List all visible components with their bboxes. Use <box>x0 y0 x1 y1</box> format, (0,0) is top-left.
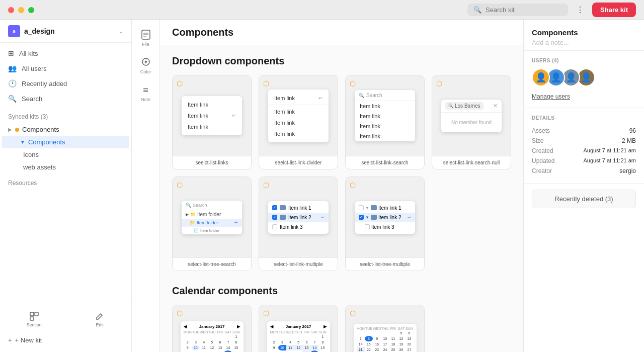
detail-row-updated: Updated August 7 at 11:21 am <box>532 156 636 166</box>
component-card-seelct-list-tree-multiple[interactable]: ⬡ ▼ Item link 1 ✓ ▼ <box>345 177 425 271</box>
svg-rect-0 <box>30 312 34 316</box>
share-kit-button[interactable]: Share kit <box>592 3 636 17</box>
dropdown-section-title: Dropdown components <box>172 55 511 67</box>
card-label-select-list-link-multiple: select-list-link-multiple <box>259 257 338 271</box>
sidebar-sub-label-components: components <box>28 138 65 146</box>
plus-icon: + <box>8 336 12 344</box>
note-icon: ≡ <box>140 84 151 96</box>
pin-icon-2: ⬡ <box>263 79 269 87</box>
component-card-seelct-list-links[interactable]: ⬡ Item link Item link↩ Item link seelct-… <box>172 75 252 169</box>
card-label-select-list-link-search-null: select-list-link-search-null <box>432 156 511 169</box>
sidebar-item-search[interactable]: 🔍 Search <box>0 91 131 106</box>
detail-row-size: Size 2 MB <box>532 136 636 146</box>
color-icon <box>140 57 151 68</box>
sidebar-item-recently-added[interactable]: 🕐 Recently added <box>0 76 131 91</box>
color-tool[interactable]: Color <box>133 53 159 78</box>
sidebar-item-all-users[interactable]: 👥 All users <box>0 61 131 76</box>
new-kit-button[interactable]: + + New kit <box>0 332 131 348</box>
card-label-seelct-list-links: seelct-list-links <box>173 156 251 169</box>
detail-row-created: Created August 7 at 11:21 am <box>532 146 636 156</box>
sidebar-sub-item-components[interactable]: ▼ components <box>2 136 129 148</box>
users-section-label: USERS (4) <box>532 58 636 63</box>
triangle-down-icon: ▼ <box>20 139 25 145</box>
pin-icon-5: ⬡ <box>177 181 183 189</box>
kit-label-components: Components <box>22 126 59 133</box>
clock-icon: 🕐 <box>8 79 17 87</box>
detail-row-creator: Creator sergio <box>532 166 636 176</box>
close-button[interactable] <box>8 7 14 13</box>
pin-icon: ⬡ <box>177 79 183 87</box>
card-label-seelct-list-link-search: seelct-list-link-search <box>346 156 424 169</box>
card-label-seelct-list-link-divider: seelct-list-link-divider <box>259 156 338 169</box>
users-icon: 👥 <box>8 64 17 72</box>
component-card-seelct-list-link-search[interactable]: ⬡ 🔍 Search Item link Item link Item link… <box>345 75 425 169</box>
sidebar-sub-item-web-assets[interactable]: web assets <box>0 161 131 173</box>
workspace-name: a_design <box>24 27 114 35</box>
panel-note[interactable]: Add a note... <box>532 39 636 46</box>
component-card-picker-date-single[interactable]: ⬡ ◀January 2017▶ MONTUEWEDTHUFRISATSUN 1… <box>172 305 252 352</box>
maximize-button[interactable] <box>28 7 34 13</box>
detail-label-size: Size <box>532 137 543 144</box>
detail-row-assets: Assets 96 <box>532 126 636 136</box>
edit-icon <box>95 311 105 321</box>
section-icon <box>29 311 39 321</box>
card-label-seelct-list-tree-multiple: seelct-list-tree-multiple <box>346 257 424 271</box>
detail-value-created: August 7 at 11:21 am <box>583 147 636 154</box>
triangle-right-icon: ▶ <box>8 127 12 132</box>
detail-value-updated: August 7 at 11:21 am <box>583 157 636 164</box>
more-icon: ⋮ <box>576 5 584 15</box>
file-icon <box>140 29 151 40</box>
svg-rect-1 <box>35 312 38 316</box>
kit-dot <box>15 128 19 132</box>
component-card-picker-date-multiple[interactable]: ⬡ MONTUEWEDTHUFRISATSUN 56 78910111213 1… <box>345 305 425 352</box>
avatar-1: 👤 <box>532 68 550 86</box>
detail-value-size: 2 MB <box>622 137 636 144</box>
search-icon: 🔍 <box>473 6 481 14</box>
component-card-select-list-tree-search[interactable]: ⬡ 🔍Search ▶📁 Item folder 📁Item folder ↩ … <box>172 177 252 271</box>
minimize-button[interactable] <box>18 7 24 13</box>
synced-kits-section: Synced kits (3) <box>0 109 131 122</box>
pin-icon-3: ⬡ <box>350 79 356 87</box>
sidebar-sub-item-icons[interactable]: Icons <box>0 148 131 161</box>
sidebar-sub-label-icons: Icons <box>23 151 39 158</box>
component-card-picker-date-period[interactable]: ⬡ ◀January 2017▶ MONTUEWEDTHUFRISATSUN 1… <box>259 305 338 352</box>
pin-icon-9: ⬡ <box>263 309 269 317</box>
resources-section-label: Resources <box>0 174 131 189</box>
pin-icon-7: ⬡ <box>350 181 356 189</box>
users-row: 👤 👤 👤 👤 <box>532 68 636 86</box>
sidebar-item-all-kits[interactable]: ⊞ All kits <box>0 46 131 61</box>
component-card-select-list-link-multiple[interactable]: ⬡ ✓ Item link 1 ✓ Item link 2 <box>259 177 338 271</box>
chevron-down-icon[interactable]: ⌄ <box>118 28 123 35</box>
component-card-seelct-list-link-divider[interactable]: ⬡ Item link↩ Item link Item link Item li… <box>259 75 338 169</box>
pin-icon-8: ⬡ <box>177 309 183 317</box>
manage-users-link[interactable]: Manage users <box>532 93 570 100</box>
grid-icon: ⊞ <box>8 49 14 57</box>
detail-value-assets: 96 <box>629 127 636 134</box>
detail-label-updated: Updated <box>532 157 554 164</box>
component-card-select-list-link-search-null[interactable]: ⬡ 🔍 Los Barries ✕ No member found select <box>432 75 511 169</box>
section-tool[interactable]: Section <box>21 308 48 330</box>
pin-icon-10: ⬡ <box>350 309 356 317</box>
page-title: Components <box>172 27 511 38</box>
card-label-select-list-tree-search: select-list-tree-search <box>173 257 251 271</box>
detail-label-creator: Creator <box>532 167 552 174</box>
kit-item-components-expand[interactable]: ▶ Components <box>0 123 131 136</box>
svg-point-8 <box>145 61 147 63</box>
pin-icon-6: ⬡ <box>263 181 269 189</box>
more-options-button[interactable]: ⋮ <box>572 2 588 18</box>
recently-deleted-button[interactable]: Recently deleted (3) <box>532 190 636 208</box>
pin-icon-4: ⬡ <box>436 79 442 87</box>
kit-search-input[interactable] <box>486 6 556 14</box>
file-tool[interactable]: File <box>133 25 159 51</box>
details-section-label: DETAILS <box>532 115 636 121</box>
note-tool[interactable]: ≡ Note <box>133 80 159 106</box>
svg-rect-2 <box>30 317 34 320</box>
detail-label-assets: Assets <box>532 127 550 134</box>
panel-title: Components <box>532 28 636 37</box>
workspace-icon: a <box>8 25 20 37</box>
detail-value-creator: sergio <box>619 167 636 174</box>
search-nav-icon: 🔍 <box>8 95 17 103</box>
recently-deleted-section: Recently deleted (3) <box>524 184 644 214</box>
sidebar-sub-label-web-assets: web assets <box>23 163 56 171</box>
edit-tool[interactable]: Edit <box>89 308 111 330</box>
